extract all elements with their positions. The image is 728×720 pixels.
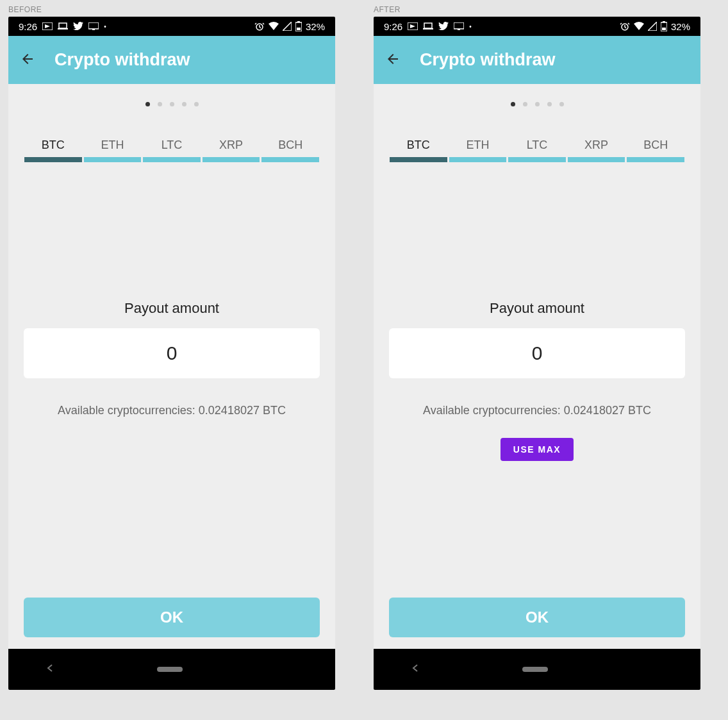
- tab-bch[interactable]: BCH: [261, 138, 319, 162]
- dot-5[interactable]: [559, 102, 564, 106]
- screen-icon: [454, 22, 464, 30]
- dot-3[interactable]: [170, 102, 174, 106]
- more-dot: •: [104, 23, 106, 30]
- svg-rect-1: [59, 23, 67, 28]
- svg-rect-2: [58, 28, 68, 29]
- wifi-icon: [634, 22, 644, 31]
- phone-before: 9:26 • 32% Crypto withdraw: [8, 17, 335, 690]
- nav-home-pill[interactable]: [522, 667, 548, 672]
- svg-rect-7: [297, 21, 300, 22]
- pagination-dots: [8, 84, 335, 119]
- status-battery: 32%: [671, 21, 690, 32]
- battery-icon: [295, 21, 302, 31]
- nav-back-icon[interactable]: [46, 664, 54, 675]
- dot-2[interactable]: [523, 102, 527, 106]
- alarm-icon: [620, 21, 630, 31]
- back-arrow-icon[interactable]: [385, 51, 401, 69]
- app-header: Crypto withdraw: [8, 36, 335, 84]
- status-battery: 32%: [306, 21, 325, 32]
- tab-xrp[interactable]: XRP: [203, 138, 260, 162]
- dot-5[interactable]: [194, 102, 199, 106]
- alarm-icon: [254, 21, 265, 31]
- payout-input[interactable]: 0: [24, 328, 320, 378]
- tab-bch[interactable]: BCH: [627, 138, 684, 162]
- more-dot: •: [469, 23, 472, 30]
- tab-eth[interactable]: ETH: [449, 138, 507, 162]
- svg-rect-10: [424, 23, 432, 28]
- dot-4[interactable]: [547, 102, 552, 106]
- dot-4[interactable]: [182, 102, 186, 106]
- twitter-icon: [438, 22, 449, 31]
- news-icon: [408, 22, 418, 30]
- svg-rect-17: [662, 28, 666, 30]
- app-header: Crypto withdraw: [374, 36, 700, 84]
- screen-icon: [88, 22, 99, 30]
- tab-btc[interactable]: BTC: [24, 138, 82, 162]
- dot-2[interactable]: [158, 102, 162, 106]
- laptop-icon: [58, 22, 68, 30]
- tab-ltc[interactable]: LTC: [143, 138, 201, 162]
- status-bar: 9:26 • 32%: [374, 17, 700, 36]
- use-max-button[interactable]: USE MAX: [500, 438, 574, 461]
- phone-after: 9:26 • 32% Crypto withdraw: [374, 17, 700, 690]
- status-bar: 9:26 • 32%: [8, 17, 335, 36]
- svg-rect-4: [92, 29, 95, 30]
- page-title: Crypto withdraw: [420, 50, 556, 70]
- dot-1[interactable]: [511, 102, 515, 106]
- back-arrow-icon[interactable]: [20, 51, 35, 69]
- nav-home-pill[interactable]: [157, 667, 183, 672]
- dot-3[interactable]: [535, 102, 540, 106]
- tab-xrp[interactable]: XRP: [568, 138, 625, 162]
- nav-back-icon[interactable]: [411, 664, 420, 675]
- tab-ltc[interactable]: LTC: [508, 138, 566, 162]
- svg-rect-13: [458, 29, 460, 30]
- svg-rect-12: [454, 22, 464, 29]
- signal-icon: [648, 22, 657, 31]
- pagination-dots: [374, 84, 700, 119]
- ok-button[interactable]: OK: [389, 598, 685, 637]
- svg-rect-8: [297, 28, 301, 30]
- dot-1[interactable]: [145, 102, 150, 106]
- tab-eth[interactable]: ETH: [84, 138, 142, 162]
- svg-rect-11: [423, 28, 433, 29]
- battery-icon: [661, 21, 667, 31]
- status-time: 9:26: [19, 21, 37, 32]
- status-time: 9:26: [384, 21, 402, 32]
- laptop-icon: [423, 22, 433, 30]
- crypto-tabs: BTC ETH LTC XRP BCH: [8, 119, 335, 162]
- news-icon: [42, 22, 53, 30]
- payout-label: Payout amount: [124, 300, 219, 317]
- available-text: Available cryptocurrencies: 0.02418027 B…: [423, 404, 651, 417]
- svg-rect-16: [663, 21, 665, 22]
- svg-rect-3: [88, 22, 99, 29]
- after-label: AFTER: [374, 0, 700, 17]
- wifi-icon: [269, 22, 279, 31]
- payout-input[interactable]: 0: [389, 328, 685, 378]
- android-nav-bar: [374, 649, 700, 690]
- twitter-icon: [73, 22, 83, 31]
- before-label: BEFORE: [8, 0, 335, 17]
- available-text: Available cryptocurrencies: 0.02418027 B…: [58, 404, 286, 417]
- crypto-tabs: BTC ETH LTC XRP BCH: [374, 119, 700, 162]
- tab-btc[interactable]: BTC: [390, 138, 447, 162]
- signal-icon: [283, 22, 292, 31]
- android-nav-bar: [8, 649, 335, 690]
- payout-label: Payout amount: [490, 300, 584, 317]
- ok-button[interactable]: OK: [24, 598, 320, 637]
- page-title: Crypto withdraw: [54, 50, 190, 70]
